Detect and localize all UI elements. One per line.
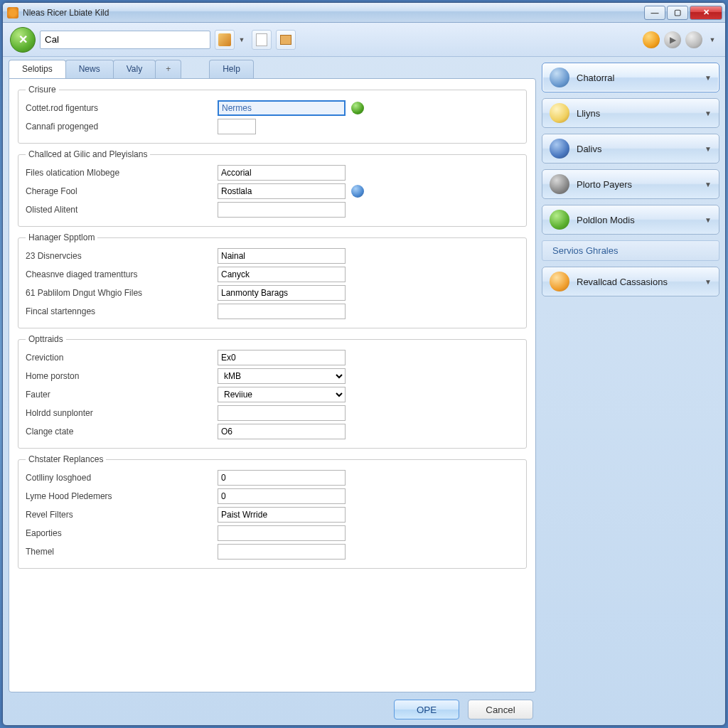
field-label: Files olatication Mlobege <box>26 168 218 178</box>
go-button[interactable]: ✕ <box>10 27 36 53</box>
tab-news[interactable]: News <box>65 60 114 78</box>
form-row: Themel <box>26 542 519 561</box>
group-chstater: Chstater Replances Cotlliny Iosghoed Lym… <box>18 454 527 569</box>
sidebar-item-lliyns[interactable]: Lliyns ▼ <box>542 98 719 128</box>
chevron-down-icon: ▼ <box>705 216 712 224</box>
app-window: Nleas Ricer Lbiate Kild — ▢ ✕ ✕ ▼ ▶ ▼ <box>2 2 726 726</box>
chevron-down-icon: ▼ <box>705 278 712 286</box>
field-label: Cheasnve diaged tramentturs <box>26 269 218 279</box>
chevron-down-icon[interactable]: ▼ <box>236 36 247 43</box>
search-input[interactable] <box>40 31 210 49</box>
field-label: Fauter <box>26 390 218 400</box>
action-orb-icon[interactable] <box>351 185 364 198</box>
field-label: Eaporties <box>26 528 218 538</box>
form-row: Olisted Alitent <box>26 200 519 219</box>
poldlon-icon <box>550 210 569 230</box>
form-row: Clange ctate <box>26 422 519 441</box>
field-input[interactable] <box>218 119 256 134</box>
group-challced: Challced at Gilic and Pleyislans Files o… <box>18 149 527 227</box>
sidebar-item-revallcad[interactable]: Revallcad Cassasions ▼ <box>542 267 719 296</box>
sidebar-service-text[interactable]: Servios Ghrales <box>542 240 719 261</box>
form-row: Cheasnve diaged tramentturs <box>26 265 519 284</box>
tab-selotips[interactable]: Selotips <box>9 60 66 78</box>
info-orb-icon[interactable] <box>643 31 660 48</box>
group-crisure: Crisure Cottet.rod figenturs Cannafi pro… <box>18 85 527 144</box>
field-label: Cannafi progenged <box>26 122 218 132</box>
field-label: Cotlliny Iosghoed <box>26 473 218 483</box>
group-legend: Hanager Spptlom <box>26 232 97 242</box>
field-select[interactable]: Reviiue <box>218 387 346 402</box>
nav-orb-icon[interactable]: ▶ <box>664 31 681 48</box>
sidebar-item-plorto[interactable]: Plorto Payers ▼ <box>542 169 719 199</box>
field-label: 61 Pablilom Dngut Whgio Files <box>26 288 218 298</box>
field-label: Lyme Hood Pledemers <box>26 491 218 501</box>
refresh-orb-icon[interactable] <box>685 31 702 48</box>
field-input[interactable] <box>218 165 346 181</box>
content-area: Selotips News Valy + Help Crisure Cottet… <box>3 57 725 725</box>
group-legend: Crisure <box>26 85 59 95</box>
sidebar-label: Revallcad Cassasions <box>577 277 697 287</box>
field-input[interactable] <box>218 100 346 116</box>
close-button[interactable]: ✕ <box>690 6 722 20</box>
box-icon <box>280 35 291 45</box>
form-row: Holrdd sunplonter <box>26 404 519 422</box>
form-row: Home porston kMB <box>26 367 519 385</box>
field-input[interactable] <box>218 405 346 421</box>
field-input[interactable] <box>218 525 346 541</box>
field-input[interactable] <box>218 470 346 486</box>
field-input[interactable] <box>218 248 346 264</box>
maximize-button[interactable]: ▢ <box>667 6 688 20</box>
field-input[interactable] <box>218 183 346 199</box>
cancel-button[interactable]: Cancel <box>468 700 533 719</box>
toolbar-right: ▶ ▼ <box>643 31 718 48</box>
status-orb-icon[interactable] <box>351 102 364 114</box>
tab-help[interactable]: Help <box>209 60 254 78</box>
field-label: Holrdd sunplonter <box>26 408 218 418</box>
tool-button-1[interactable] <box>215 30 235 50</box>
window-title: Nleas Ricer Lbiate Kild <box>23 8 643 18</box>
chevron-down-icon: ▼ <box>705 74 712 82</box>
side-panel: Chatorral ▼ Lliyns ▼ Dalivs ▼ Plorto Pay… <box>542 60 719 719</box>
revallcad-icon <box>550 272 569 291</box>
field-input[interactable] <box>218 285 346 301</box>
field-input[interactable] <box>218 350 346 365</box>
tool-button-2[interactable] <box>252 30 272 50</box>
tool-button-3[interactable] <box>276 30 296 50</box>
field-input[interactable] <box>218 424 346 439</box>
sidebar-label: Chatorral <box>577 73 697 83</box>
field-label: 23 Disnervcies <box>26 251 218 261</box>
field-input[interactable] <box>218 544 346 560</box>
field-input[interactable] <box>218 304 346 319</box>
field-select[interactable]: kMB <box>218 368 346 384</box>
tab-valy[interactable]: Valy <box>113 60 156 78</box>
form-row: Fauter Reviiue <box>26 385 519 404</box>
minimize-button[interactable]: — <box>644 6 665 20</box>
group-legend: Chstater Replances <box>26 454 106 464</box>
form-row: Cannafi progenged <box>26 117 519 136</box>
field-input[interactable] <box>218 507 346 523</box>
form-row: Cherage Fool <box>26 182 519 200</box>
chevron-down-icon: ▼ <box>705 181 712 188</box>
form-row: Creviction <box>26 348 519 367</box>
field-input[interactable] <box>218 267 346 282</box>
field-input[interactable] <box>218 202 346 218</box>
titlebar: Nleas Ricer Lbiate Kild — ▢ ✕ <box>3 3 725 23</box>
chevron-down-icon[interactable]: ▼ <box>707 36 718 43</box>
sidebar-item-chatorral[interactable]: Chatorral ▼ <box>542 63 719 92</box>
tab-add[interactable]: + <box>155 60 181 78</box>
document-icon <box>256 33 267 46</box>
field-label: Cottet.rod figenturs <box>26 103 218 113</box>
form-container: Crisure Cottet.rod figenturs Cannafi pro… <box>9 78 536 692</box>
main-panel: Selotips News Valy + Help Crisure Cottet… <box>9 60 536 719</box>
field-label: Home porston <box>26 371 218 381</box>
tab-bar: Selotips News Valy + Help <box>9 60 536 78</box>
field-input[interactable] <box>218 488 346 504</box>
sidebar-item-dalivs[interactable]: Dalivs ▼ <box>542 134 719 164</box>
form-row: Cotlliny Iosghoed <box>26 469 519 487</box>
sidebar-label: Dalivs <box>577 144 697 154</box>
form-row: Eaporties <box>26 524 519 542</box>
field-label: Themel <box>26 547 218 557</box>
sidebar-item-poldlon[interactable]: Poldlon Modis ▼ <box>542 205 719 235</box>
form-row: 61 Pablilom Dngut Whgio Files <box>26 284 519 302</box>
ope-button[interactable]: OPE <box>394 700 459 719</box>
